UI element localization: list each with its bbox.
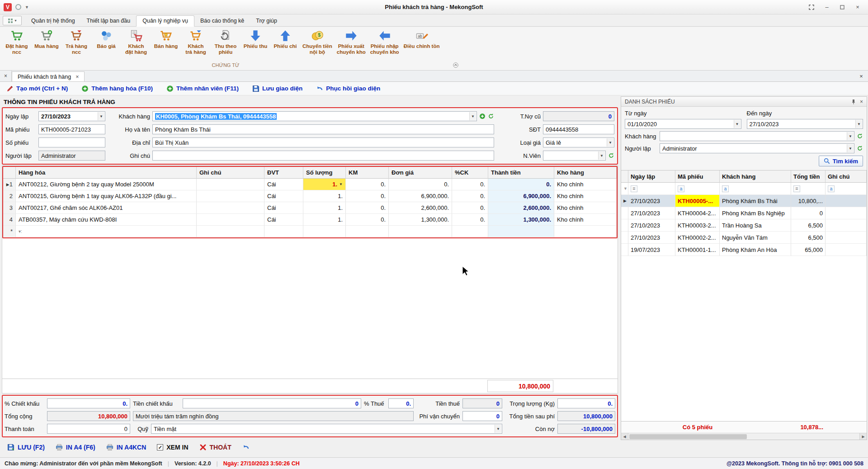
close-button[interactable]: × [851,2,864,12]
table-row[interactable]: 4 ATB00357, Máy châm cứu KWD-808I Cái 1.… [3,214,617,226]
refresh-icon[interactable] [488,113,494,119]
add-customer-icon[interactable] [479,113,486,119]
cell-khach-hang[interactable]: Nguyễn Văn Tám [720,232,791,244]
cell-kho-hang[interactable]: Kho chính [554,190,617,202]
scroll-right-icon[interactable]: ▶ [859,433,867,440]
filter-text-icon[interactable]: a [828,185,835,192]
restore-layout-button[interactable]: Phục hồi giao diện [316,85,380,92]
ribbon-button-phieu-chi[interactable]: Phiếu chi [270,28,300,51]
ribbon-button-tra-hang-ncc[interactable]: Trả hàng ncc [61,28,91,57]
undo-button[interactable] [242,444,250,451]
cell-km[interactable]: 0. [346,179,389,190]
refresh-icon[interactable] [857,133,863,139]
print-a4kcn-button[interactable]: IN A4KCN [106,444,146,451]
cell-ghi-chu[interactable] [826,195,867,207]
tien-chiet-khau-input[interactable]: 0 [183,398,361,408]
document-tab-phieu-khach-tra-hang[interactable]: Phiếu khách trả hàng × [12,71,85,81]
col-dvt[interactable]: ĐVT [264,167,303,179]
loai-gia-combo[interactable]: Giá lẻ▼ [543,137,614,147]
cell-kho-hang[interactable]: Kho chính [554,214,617,226]
menu-tab-quan-ly-nghiep-vu[interactable]: Quản lý nghiệp vụ [136,15,194,27]
add-employee-button[interactable]: Thêm nhân viên (F11) [166,85,239,92]
cell-ghi-chu[interactable] [826,232,867,244]
xem-in-checkbox[interactable]: ✓ XEM IN [157,444,188,451]
col-thanh-tien[interactable]: Thành tiền [488,167,554,179]
dropdown-arrow-icon[interactable]: ▼ [847,144,854,152]
tab-close-left-icon[interactable]: × [0,71,12,81]
cell-ck[interactable]: 0. [452,214,488,226]
refresh-icon[interactable] [608,152,614,159]
maximize-button[interactable] [835,2,849,12]
sdt-input[interactable]: 0944443558 [543,124,614,134]
cell-ma-phieu[interactable]: KTH00002-2... [675,232,720,244]
cell-don-gia[interactable]: 6,900,000. [389,190,452,202]
ribbon-button-bao-gia[interactable]: Báo giá [91,28,121,51]
phi-van-chuyen-input[interactable]: 0 [462,411,502,421]
panel-khach-hang-combo[interactable]: ▼ [660,131,854,141]
cell-tong-tien[interactable]: 6,500 [791,219,826,232]
thanh-toan-input[interactable]: 0 [47,424,130,434]
cell-so-luong[interactable]: 1. [303,190,346,202]
ribbon-button-thu-theo-phieu[interactable]: Thu theo phiếu [211,28,241,57]
cell-don-gia[interactable]: 1,300,000. [389,214,452,226]
cell-ghi-chu[interactable] [197,179,264,190]
cell-kho-hang[interactable]: Kho chính [554,202,617,214]
cell-km[interactable]: 0. [346,214,389,226]
cell-hang-hoa[interactable]: ANT00215, Giường bệnh 1 tay quay ALK06-A… [16,190,197,202]
menu-tab-quan-tri-he-thong[interactable]: Quản trị hệ thống [25,16,81,26]
cell-khach-hang[interactable]: Phòng Khám Bs Thái [720,195,791,207]
den-ngay-input[interactable]: 27/10/2023▼ [747,119,863,129]
refresh-icon[interactable] [857,145,863,152]
cell-ck[interactable]: 0. [452,190,488,202]
cell-tong-tien[interactable]: 0 [791,207,826,219]
cell-dvt[interactable]: Cái [264,179,303,190]
tu-ngay-input[interactable]: 01/10/2020▼ [625,119,741,129]
horizontal-scrollbar[interactable]: ◀ ▶ [621,433,867,440]
cell-don-gia[interactable]: 0. [389,179,452,190]
cell-dvt[interactable]: Cái [264,202,303,214]
cell-ghi-chu[interactable] [197,190,264,202]
menu-tab-tro-giup[interactable]: Trợ giúp [250,16,283,26]
table-row[interactable]: ▶1 ANT00212, Giường bệnh 2 tay quay Mode… [3,179,617,190]
filter-equals-icon[interactable]: = [631,185,637,192]
cell-hang-hoa[interactable]: ANT00212, Giường bệnh 2 tay quay Model 2… [16,179,197,190]
cell-tong-tien[interactable]: 10,800,... [791,195,826,207]
cell-ma-phieu[interactable]: KTH00005-... [675,195,720,207]
cell-ngay-lap[interactable]: 27/10/2023 [628,207,675,219]
col-tong-tien[interactable]: Tổng tiền [791,171,826,183]
col-km[interactable]: KM [346,167,389,179]
cell-km[interactable]: 0. [346,202,389,214]
pct-thue-input[interactable]: 0. [388,398,414,408]
col-hang-hoa[interactable]: Hàng hóa [16,167,197,179]
col-khach-hang[interactable]: Khách hàng [720,171,791,183]
khach-hang-combo[interactable]: KH0005, Phòng Khám Bs Thái, 0944443558▼ [152,111,477,121]
cell-hang-hoa-new[interactable]: ▾: [16,226,197,237]
cell-ghi-chu[interactable] [197,214,264,226]
dropdown-arrow-icon[interactable]: ▼ [855,120,862,128]
tab-close-icon[interactable]: × [75,74,79,80]
ribbon-button-phieu-thu[interactable]: Phiếu thu [241,28,270,51]
list-row[interactable]: 19/07/2023 KTH00001-1... Phòng Khám An H… [621,244,867,256]
so-phieu-input[interactable] [38,137,105,147]
filter-row[interactable]: ▼ = a a = a [621,183,867,195]
cell-so-luong[interactable]: 1. [303,202,346,214]
cell-dvt[interactable]: Cái [264,214,303,226]
ghi-chu-input[interactable] [152,151,494,161]
cell-ma-phieu[interactable]: KTH00004-2... [675,207,720,219]
menu-tab-thiet-lap-ban-dau[interactable]: Thiết lập ban đầu [81,16,137,26]
col-ghi-chu[interactable]: Ghi chú [826,171,867,183]
col-ghi-chu[interactable]: Ghi chú [197,167,264,179]
ribbon-button-dieu-chinh-ton[interactable]: ab Điều chỉnh tồn [401,28,442,51]
dropdown-arrow-icon[interactable]: ▼ [607,138,613,147]
col-ck[interactable]: %CK [452,167,488,179]
ribbon-button-khach-tra-hang[interactable]: Khách trả hàng [181,28,211,57]
cell-hang-hoa[interactable]: ANT00217, Ghế chăm sóc ALK06-AZ01 [16,202,197,214]
fullscreen-icon[interactable] [805,2,818,12]
minimize-button[interactable]: – [820,2,834,12]
filter-equals-icon[interactable]: = [793,185,800,192]
ribbon-collapse-icon[interactable] [453,62,458,69]
cell-ghi-chu[interactable] [197,202,264,214]
cell-ck[interactable]: 0. [452,179,488,190]
col-don-gia[interactable]: Đơn giá [389,167,452,179]
cell-kho-hang[interactable]: Kho chính [554,179,617,190]
